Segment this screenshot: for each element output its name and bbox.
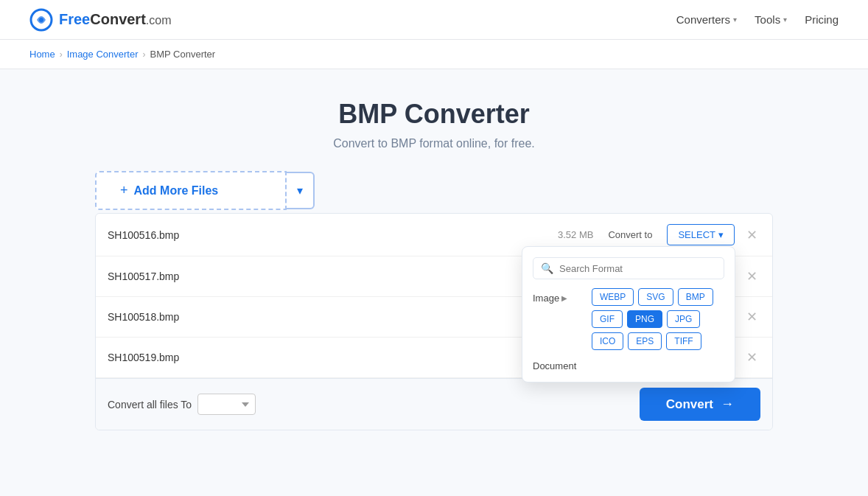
logo-icon — [29, 8, 53, 32]
breadcrumb-home[interactable]: Home — [29, 49, 55, 60]
breadcrumb-sep-1: › — [60, 49, 63, 60]
format-chip-webp[interactable]: WEBP — [592, 288, 634, 306]
convert-all-label: Convert all files To — [108, 399, 192, 411]
select-format-button[interactable]: SELECT ▾ — [667, 224, 735, 245]
page-title: BMP Converter — [95, 99, 773, 130]
bottom-bar: Convert all files To PNG JPG BMP WEBP GI… — [96, 378, 772, 430]
format-chip-jpg[interactable]: JPG — [667, 310, 700, 328]
convert-arrow-icon: → — [721, 397, 734, 412]
format-categories: Image ▶ WEBP SVG BMP GIF PNG JPG ICO EPS — [533, 288, 724, 371]
file-list: SH100516.bmp 3.52 MB Convert to SELECT ▾… — [95, 213, 773, 430]
logo-text: FreeConvert.com — [59, 11, 172, 28]
format-chip-ico[interactable]: ICO — [592, 332, 623, 350]
tools-chevron-icon: ▾ — [783, 15, 787, 24]
convert-all-select[interactable]: PNG JPG BMP WEBP GIF — [197, 394, 256, 415]
file-name: SH100518.bmp — [108, 311, 417, 323]
file-size: 3.52 MB — [558, 229, 593, 240]
svg-point-1 — [39, 18, 43, 22]
add-files-bar: + Add More Files ▾ — [95, 171, 773, 210]
converters-chevron-icon: ▾ — [733, 15, 737, 24]
add-files-chevron-icon: ▾ — [297, 184, 303, 197]
add-more-files-button[interactable]: + Add More Files — [95, 171, 287, 210]
image-category-arrow-icon: ▶ — [561, 294, 567, 302]
format-chip-png[interactable]: PNG — [627, 310, 662, 328]
breadcrumb: Home › Image Converter › BMP Converter — [0, 40, 868, 69]
format-chip-gif[interactable]: GIF — [592, 310, 623, 328]
format-chip-svg[interactable]: SVG — [638, 288, 673, 306]
image-category-row: Image ▶ WEBP SVG BMP GIF PNG JPG ICO EPS — [533, 288, 724, 350]
breadcrumb-sep-2: › — [143, 49, 146, 60]
format-search-row: 🔍 — [533, 257, 724, 279]
select-chevron-icon: ▾ — [718, 229, 724, 240]
nav-tools[interactable]: Tools ▾ — [755, 13, 787, 26]
file-name: SH100516.bmp — [108, 229, 549, 241]
convert-all-left: Convert all files To PNG JPG BMP WEBP GI… — [108, 394, 256, 415]
remove-file-button[interactable]: ✕ — [743, 226, 760, 245]
image-category-label: Image ▶ — [533, 288, 584, 304]
breadcrumb-current: BMP Converter — [150, 49, 216, 60]
navbar: FreeConvert.com Converters ▾ Tools ▾ Pri… — [0, 0, 868, 40]
add-files-dropdown-button[interactable]: ▾ — [287, 172, 315, 209]
format-search-input[interactable] — [559, 263, 716, 274]
remove-file-button[interactable]: ✕ — [743, 348, 760, 367]
file-name: SH100519.bmp — [108, 352, 417, 363]
select-label: SELECT — [678, 229, 715, 240]
search-icon: 🔍 — [541, 262, 553, 274]
main-content: BMP Converter Convert to BMP format onli… — [80, 69, 788, 475]
nav-links: Converters ▾ Tools ▾ Pricing — [676, 13, 839, 26]
plus-icon: + — [120, 183, 128, 198]
remove-file-button[interactable]: ✕ — [743, 267, 760, 286]
file-name: SH100517.bmp — [108, 270, 417, 282]
remove-file-button[interactable]: ✕ — [743, 307, 760, 326]
format-chip-eps[interactable]: EPS — [628, 332, 662, 350]
convert-to-label: Convert to — [608, 229, 652, 240]
page-subtitle: Convert to BMP format online, for free. — [95, 137, 773, 150]
nav-pricing[interactable]: Pricing — [805, 13, 839, 26]
nav-converters[interactable]: Converters ▾ — [676, 13, 737, 26]
image-format-chips: WEBP SVG BMP GIF PNG JPG ICO EPS TIFF — [592, 288, 724, 350]
logo[interactable]: FreeConvert.com — [29, 8, 172, 32]
format-chip-tiff[interactable]: TIFF — [666, 332, 701, 350]
format-chip-bmp[interactable]: BMP — [678, 288, 713, 306]
document-category-label: Document — [533, 356, 584, 371]
convert-button[interactable]: Convert → — [640, 388, 760, 421]
table-row: SH100516.bmp 3.52 MB Convert to SELECT ▾… — [96, 214, 772, 256]
format-popup: 🔍 Image ▶ WEBP SVG BMP GIF — [522, 246, 735, 383]
breadcrumb-image-converter[interactable]: Image Converter — [67, 49, 139, 60]
document-category-row: Document — [533, 356, 724, 371]
